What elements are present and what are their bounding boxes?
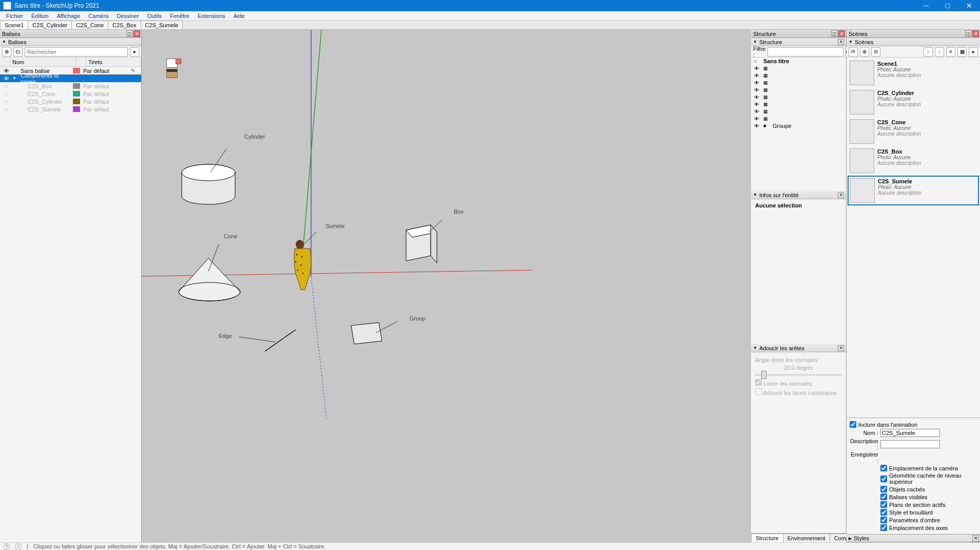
tags-search-input[interactable]	[25, 47, 128, 56]
close-icon[interactable]: ✕	[838, 192, 844, 198]
tag-color-swatch[interactable]	[73, 83, 80, 89]
info-icon[interactable]: i	[15, 543, 22, 550]
scenes-sub[interactable]: Scènes	[847, 38, 980, 46]
scene-item[interactable]: Scene1Photo: AucuneAucune description	[848, 59, 979, 87]
structure-row[interactable]: 👁▦	[751, 93, 846, 101]
visibility-icon[interactable]: 👁	[754, 123, 761, 129]
tag-color-swatch[interactable]	[73, 99, 80, 104]
visibility-icon[interactable]: 👁	[754, 109, 761, 115]
close-icon[interactable]: ✕	[838, 39, 844, 45]
menu-extensions[interactable]: Extensions	[194, 12, 229, 20]
tag-color-swatch[interactable]	[73, 68, 80, 73]
structure-header[interactable]: Structure ◫✕	[751, 30, 846, 38]
pin-icon[interactable]: ◫	[965, 30, 972, 37]
edit-icon[interactable]: ✎	[131, 68, 139, 73]
menu-affichage[interactable]: Affichage	[53, 12, 85, 20]
bottom-tab[interactable]: Structure	[751, 534, 783, 542]
visibility-icon[interactable]: 👁	[754, 94, 761, 100]
scene-name-input[interactable]	[880, 429, 940, 437]
menu-édition[interactable]: Édition	[27, 12, 53, 20]
tag-row[interactable]: ○C2S_SumelePar défaut	[0, 105, 141, 113]
tags-menu-icon[interactable]: ▸	[130, 47, 139, 56]
scene-desc-input[interactable]	[880, 440, 940, 448]
scene-prop-checkbox[interactable]	[880, 524, 887, 531]
viewport[interactable]: Cylinder Cone Sumele	[142, 30, 751, 542]
visibility-icon[interactable]: ○	[2, 106, 10, 112]
scenes-header[interactable]: Scènes ◫✕	[847, 30, 980, 38]
tag-row[interactable]: ○C2S_CylinderPar défaut	[0, 98, 141, 105]
scene-add-icon[interactable]: ⊕	[860, 47, 869, 56]
structure-root[interactable]: ⌂ Sans titre	[751, 58, 846, 65]
bottom-tab[interactable]: Environnement	[783, 534, 830, 542]
structure-row[interactable]: 👁■Groupe	[751, 122, 846, 129]
scene-view-icon[interactable]: ≡	[946, 47, 955, 56]
visibility-icon[interactable]: ○	[2, 91, 10, 97]
scene-prop-checkbox[interactable]	[880, 486, 887, 492]
close-icon[interactable]: ✕	[838, 345, 844, 351]
visibility-icon[interactable]: 👁	[754, 73, 761, 79]
close-button[interactable]: ✕	[958, 0, 980, 11]
visibility-icon[interactable]: ○	[2, 99, 10, 105]
scene-prop-checkbox[interactable]	[880, 476, 887, 482]
visibility-icon[interactable]: 👁	[754, 116, 761, 122]
scene-prop-checkbox[interactable]	[880, 517, 887, 523]
close-panel-icon[interactable]: ✕	[133, 30, 140, 37]
scene-tab[interactable]: C2S_Box	[108, 21, 141, 29]
col-name[interactable]: Nom	[10, 58, 76, 66]
box-shape[interactable]	[406, 225, 437, 263]
tag-color-swatch[interactable]	[73, 91, 80, 97]
scene-refresh-icon[interactable]: ⟳	[849, 47, 858, 56]
add-tag-icon[interactable]: ⊕	[2, 47, 11, 56]
styles-header[interactable]: Styles ✕	[847, 534, 980, 542]
smooth-normals-checkbox[interactable]	[755, 379, 762, 386]
help-icon[interactable]: ?	[3, 543, 10, 550]
structure-row[interactable]: 👁▦	[751, 115, 846, 122]
scene-item[interactable]: C2S_SumelePhoto: AucuneAucune descriptio…	[848, 176, 979, 205]
soften-header[interactable]: Adoucir les arêtes✕	[751, 344, 846, 352]
scene-prop-checkbox[interactable]	[880, 465, 887, 471]
cylinder-shape[interactable]	[182, 164, 235, 204]
tag-color-swatch[interactable]	[73, 75, 80, 81]
scene-down-icon[interactable]: ↓	[935, 47, 944, 56]
structure-row[interactable]: 👁▦	[751, 101, 846, 108]
tag-expand-icon[interactable]: ▼	[10, 76, 18, 81]
scene-tab[interactable]: Scene1	[0, 21, 28, 29]
visibility-icon[interactable]: 👁	[2, 75, 10, 82]
structure-row[interactable]: 👁▦	[751, 65, 846, 72]
structure-row[interactable]: 👁▦	[751, 79, 846, 86]
entity-info-header[interactable]: Infos sur l'entité✕	[751, 191, 846, 199]
scene-prop-checkbox[interactable]	[880, 494, 887, 500]
visibility-icon[interactable]: 👁	[754, 87, 761, 93]
close-icon[interactable]: ✕	[838, 30, 845, 37]
scene-item[interactable]: C2S_BoxPhoto: AucuneAucune description	[848, 146, 979, 175]
structure-row[interactable]: 👁▦	[751, 108, 846, 115]
tag-color-swatch[interactable]	[73, 106, 80, 112]
menu-caméra[interactable]: Caméra	[84, 12, 112, 20]
edge-shape[interactable]	[265, 330, 296, 351]
scene-prop-checkbox[interactable]	[880, 501, 887, 508]
maximize-button[interactable]: □	[937, 0, 958, 11]
scene-up-icon[interactable]: ↑	[924, 47, 933, 56]
scene-tab[interactable]: C2S_Cone	[71, 21, 108, 29]
close-icon[interactable]: ✕	[972, 30, 979, 37]
visibility-icon[interactable]: 👁	[754, 102, 761, 107]
menu-fichier[interactable]: Fichier	[2, 12, 27, 20]
group-shape[interactable]	[351, 323, 382, 344]
soften-slider[interactable]	[755, 374, 842, 376]
tags-panel-header[interactable]: Balises ◫ ✕	[0, 30, 141, 38]
structure-row[interactable]: 👁▦	[751, 86, 846, 93]
cone-shape[interactable]	[179, 258, 240, 301]
pin-icon[interactable]: ◫	[831, 30, 838, 37]
tag-row[interactable]: ○C2S_BoxPar défaut	[0, 82, 141, 90]
scene-menu-icon[interactable]: ▸	[969, 47, 978, 56]
scene-thumb-icon[interactable]: ▦	[957, 47, 967, 56]
structure-filter-input[interactable]	[767, 47, 843, 56]
scene-tab[interactable]: C2S_Cylinder	[28, 21, 72, 29]
soften-coplanar-checkbox[interactable]	[755, 388, 762, 395]
menu-dessiner[interactable]: Dessiner	[112, 12, 143, 20]
menu-fenêtre[interactable]: Fenêtre	[166, 12, 194, 20]
visibility-icon[interactable]: 👁	[754, 66, 761, 71]
scene-remove-icon[interactable]: ⊖	[871, 47, 880, 56]
close-icon[interactable]: ✕	[972, 535, 979, 542]
tags-subheader[interactable]: Balises	[0, 38, 141, 46]
